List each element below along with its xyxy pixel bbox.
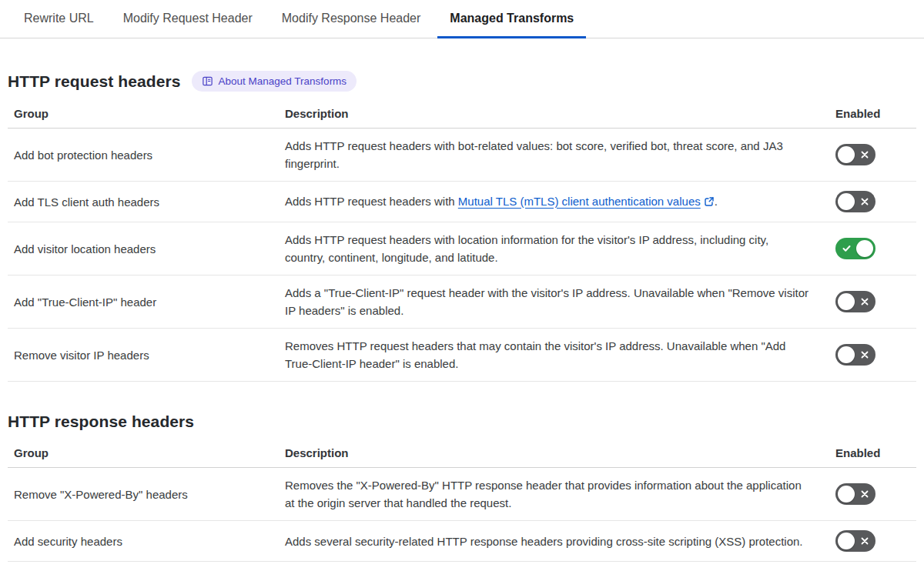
tab-managed-transforms[interactable]: Managed Transforms xyxy=(437,0,586,38)
description-cell: Adds a "True-Client-IP" request header w… xyxy=(285,275,835,329)
x-icon xyxy=(861,537,869,545)
tab-modify-request-header[interactable]: Modify Request Header xyxy=(111,0,265,38)
column-header-group: Group xyxy=(8,443,285,468)
group-cell: Add TLS client auth headers xyxy=(8,182,285,222)
column-header-enabled: Enabled xyxy=(835,443,916,468)
column-header-group: Group xyxy=(8,104,285,129)
table-row: Remove "X-Powered-By" headers Removes th… xyxy=(8,468,916,521)
external-link-icon[interactable] xyxy=(704,194,715,212)
table-row: Remove visitor IP headers Removes HTTP r… xyxy=(8,329,916,382)
group-cell: Remove visitor IP headers xyxy=(8,329,285,382)
tab-modify-response-header[interactable]: Modify Response Header xyxy=(270,0,434,38)
about-managed-transforms-link[interactable]: About Managed Transforms xyxy=(192,71,357,92)
group-cell: Remove "X-Powered-By" headers xyxy=(8,468,285,521)
toggle-add-bot-protection-headers[interactable] xyxy=(835,144,875,165)
column-header-description: Description xyxy=(285,104,835,129)
toggle-knob xyxy=(856,240,873,257)
table-row: Add TLS client auth headers Adds HTTP re… xyxy=(8,182,916,222)
mtls-docs-link[interactable]: Mutual TLS (mTLS) client authentication … xyxy=(458,195,701,208)
column-header-enabled: Enabled xyxy=(835,104,916,129)
transform-rules-tabbar: Rewrite URL Modify Request Header Modify… xyxy=(0,0,924,38)
toggle-add-security-headers[interactable] xyxy=(835,530,875,552)
table-row: Add visitor location headers Adds HTTP r… xyxy=(8,222,916,275)
toggle-remove-x-powered-by-headers[interactable] xyxy=(835,483,875,505)
description-cell: Removes the "X-Powered-By" HTTP response… xyxy=(285,468,835,521)
toggle-knob xyxy=(838,146,855,163)
toggle-remove-visitor-ip-headers[interactable] xyxy=(835,344,875,366)
table-row: Add "True-Client-IP" header Adds a "True… xyxy=(8,275,916,329)
response-headers-section-head: HTTP response headers xyxy=(8,412,916,431)
description-cell: Adds several security-related HTTP respo… xyxy=(285,521,835,562)
toggle-add-tls-client-auth-headers[interactable] xyxy=(835,191,875,212)
group-cell: Add bot protection headers xyxy=(8,129,285,182)
table-header-row: Group Description Enabled xyxy=(8,443,916,468)
toggle-knob xyxy=(838,346,855,363)
open-book-icon xyxy=(202,75,213,87)
group-cell: Add security headers xyxy=(8,521,285,562)
response-headers-table: Group Description Enabled Remove "X-Powe… xyxy=(8,443,916,562)
toggle-add-visitor-location-headers[interactable] xyxy=(835,238,875,259)
toggle-add-true-client-ip-header[interactable] xyxy=(835,291,875,312)
about-managed-transforms-label: About Managed Transforms xyxy=(219,75,347,87)
column-header-description: Description xyxy=(285,443,835,468)
toggle-knob xyxy=(838,486,855,503)
tab-rewrite-url[interactable]: Rewrite URL xyxy=(12,0,106,38)
x-icon xyxy=(861,298,869,306)
table-header-row: Group Description Enabled xyxy=(8,104,916,129)
x-icon xyxy=(861,351,869,359)
x-icon xyxy=(861,198,869,205)
request-headers-title: HTTP request headers xyxy=(8,72,181,91)
description-cell: Adds HTTP request headers with location … xyxy=(285,222,835,275)
response-headers-title: HTTP response headers xyxy=(8,412,194,431)
table-row: Add security headers Adds several securi… xyxy=(8,521,916,562)
description-cell: Adds HTTP request headers with Mutual TL… xyxy=(285,182,835,222)
description-cell: Removes HTTP request headers that may co… xyxy=(285,329,835,382)
request-headers-table: Group Description Enabled Add bot protec… xyxy=(8,104,916,382)
x-icon xyxy=(861,151,869,159)
group-cell: Add visitor location headers xyxy=(8,222,285,275)
toggle-knob xyxy=(838,193,855,210)
check-icon xyxy=(842,245,851,253)
toggle-knob xyxy=(838,293,855,310)
toggle-knob xyxy=(838,533,855,549)
group-cell: Add "True-Client-IP" header xyxy=(8,275,285,329)
table-row: Add bot protection headers Adds HTTP req… xyxy=(8,129,916,182)
request-headers-section-head: HTTP request headers About Managed Trans… xyxy=(8,71,916,92)
description-cell: Adds HTTP request headers with bot-relat… xyxy=(285,129,835,182)
x-icon xyxy=(861,490,869,498)
